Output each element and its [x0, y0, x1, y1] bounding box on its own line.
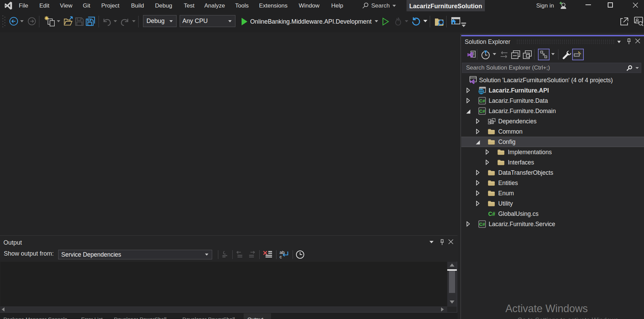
svg-text:c: c: [280, 254, 282, 259]
